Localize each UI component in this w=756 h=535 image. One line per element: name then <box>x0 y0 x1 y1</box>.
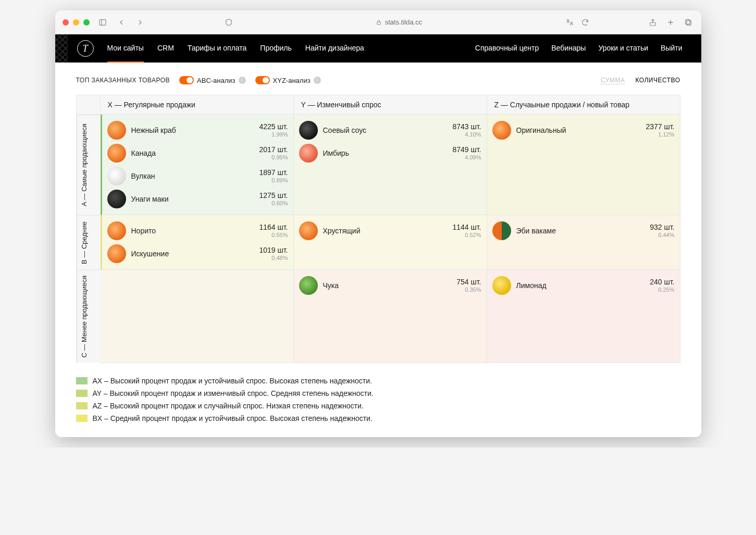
product-name: Вулкан <box>131 172 254 180</box>
nav-webinars[interactable]: Вебинары <box>551 34 586 63</box>
product-row[interactable]: Оригинальный2377 шт.1.12% <box>492 119 675 142</box>
toggle-switch-icon <box>179 76 194 84</box>
nav-crm[interactable]: CRM <box>157 34 174 63</box>
browser-toolbar: stats.tilda.cc <box>55 10 701 34</box>
maximize-window-icon[interactable] <box>83 19 90 26</box>
legend-swatch-ay <box>76 390 88 397</box>
product-row[interactable]: Вулкан1897 шт.0.89% <box>107 165 288 188</box>
product-stats: 2377 шт.1.12% <box>646 123 674 137</box>
product-name: Хрустящий <box>323 227 448 235</box>
product-qty: 4225 шт. <box>259 123 288 131</box>
cell-cy: Чука754 шт.0.35% <box>294 270 487 363</box>
product-row[interactable]: Искушение1019 шт.0.48% <box>107 242 288 265</box>
nav-tariffs[interactable]: Тарифы и оплата <box>188 34 247 63</box>
new-tab-icon[interactable] <box>665 17 676 28</box>
traffic-lights <box>63 19 90 26</box>
nav-find-designer[interactable]: Найти дизайнера <box>305 34 364 63</box>
share-icon[interactable] <box>647 17 659 28</box>
svg-rect-0 <box>100 19 106 25</box>
cell-az: Оригинальный2377 шт.1.12% <box>487 115 680 215</box>
svg-rect-2 <box>377 22 380 24</box>
product-qty: 1019 шт. <box>259 246 288 254</box>
product-pct: 0.55% <box>259 232 288 238</box>
tab-sum[interactable]: СУММА <box>601 77 625 84</box>
toggle-xyz[interactable]: XYZ-анализ i <box>255 76 321 84</box>
cell-cz: Лимонад240 шт.0.25% <box>487 270 680 363</box>
nav-logout[interactable]: Выйти <box>661 34 682 63</box>
product-pct: 0.89% <box>259 177 288 183</box>
product-stats: 1897 шт.0.89% <box>259 169 288 183</box>
legend: AX – Высокий процент продаж и устойчивый… <box>76 377 680 422</box>
info-icon[interactable]: i <box>314 77 321 84</box>
row-head-b: B — Средние <box>77 215 101 270</box>
product-row[interactable]: Соевый соус8743 шт.4.10% <box>299 119 481 142</box>
product-stats: 1144 шт.0.52% <box>452 223 481 238</box>
product-thumb-icon <box>107 121 126 140</box>
product-stats: 754 шт.0.35% <box>456 278 481 292</box>
product-row[interactable]: Нежный краб4225 шт.1.99% <box>107 119 288 142</box>
legend-item: AZ – Высокий процент продаж и случайный … <box>76 402 680 410</box>
nav-my-sites[interactable]: Мои сайты <box>107 34 144 63</box>
lock-icon <box>376 19 382 26</box>
product-row[interactable]: Чука754 шт.0.35% <box>299 274 481 297</box>
svg-rect-6 <box>686 20 691 25</box>
product-row[interactable]: Лимонад240 шт.0.25% <box>492 274 675 297</box>
product-thumb-icon <box>492 221 511 240</box>
product-row[interactable]: Эби вакаме932 шт.0.44% <box>492 219 675 242</box>
cell-ay: Соевый соус8743 шт.4.10%Имбирь8749 шт.4.… <box>294 115 487 215</box>
legend-text: BX – Средний процент продаж и устойчивый… <box>93 414 373 422</box>
url-text: stats.tilda.cc <box>385 18 423 26</box>
product-row[interactable]: Хрустящий1144 шт.0.52% <box>299 219 481 242</box>
product-pct: 0.44% <box>650 232 674 238</box>
info-icon[interactable]: i <box>239 77 246 84</box>
legend-text: AX – Высокий процент продаж и устойчивый… <box>93 377 372 385</box>
close-window-icon[interactable] <box>63 19 69 26</box>
product-thumb-icon <box>107 244 126 263</box>
product-qty: 1164 шт. <box>259 223 288 231</box>
product-thumb-icon <box>107 167 126 185</box>
product-name: Оригинальный <box>516 126 641 134</box>
logo[interactable]: T <box>77 40 94 57</box>
product-stats: 1164 шт.0.55% <box>259 223 288 238</box>
col-head-y: Y — Изменчивый спрос <box>294 95 487 115</box>
product-row[interactable]: Имбирь8749 шт.4.09% <box>299 142 481 165</box>
translate-icon[interactable] <box>564 17 575 28</box>
col-head-z: Z — Случаыные продажи / новый товар <box>487 95 680 115</box>
svg-rect-7 <box>685 19 690 24</box>
product-qty: 2017 шт. <box>259 146 288 154</box>
product-name: Эби вакаме <box>516 227 645 235</box>
cell-bx: Норито1164 шт.0.55%Искушение1019 шт.0.48… <box>101 215 294 270</box>
tabs-overview-icon[interactable] <box>683 17 694 28</box>
product-stats: 1275 шт.0.60% <box>259 192 288 206</box>
nav-help[interactable]: Справочный центр <box>475 34 539 63</box>
abc-xyz-matrix: X — Регулярные продажи Y — Изменчивый сп… <box>76 95 680 363</box>
back-icon[interactable] <box>116 17 127 28</box>
product-pct: 1.99% <box>259 131 288 138</box>
product-name: Имбирь <box>323 149 448 157</box>
product-stats: 8743 шт.4.10% <box>452 123 481 137</box>
product-thumb-icon <box>299 144 318 163</box>
product-stats: 2017 шт.0.95% <box>259 146 288 160</box>
product-row[interactable]: Норито1164 шт.0.55% <box>107 219 288 242</box>
product-name: Искушение <box>131 250 254 258</box>
legend-swatch-ax <box>76 377 88 384</box>
product-qty: 8749 шт. <box>452 146 481 154</box>
nav-profile[interactable]: Профиль <box>260 34 291 63</box>
product-thumb-icon <box>107 144 126 163</box>
legend-item: BX – Средний процент продаж и устойчивый… <box>76 414 680 422</box>
shield-icon[interactable] <box>223 17 234 28</box>
toggle-abc[interactable]: ABC-анализ i <box>179 76 246 84</box>
tab-qty[interactable]: КОЛИЧЕСТВО <box>635 77 680 84</box>
product-row[interactable]: Канада2017 шт.0.95% <box>107 142 288 165</box>
minimize-window-icon[interactable] <box>73 19 79 26</box>
address-bar[interactable]: stats.tilda.cc <box>242 18 556 26</box>
sidebar-toggle-icon[interactable] <box>97 17 108 28</box>
legend-text: AY – Высокий процент продаж и изменчивый… <box>93 389 374 397</box>
legend-text: AZ – Высокий процент продаж и случайный … <box>93 402 364 410</box>
nav-articles[interactable]: Уроки и статьи <box>598 34 648 63</box>
product-name: Соевый соус <box>323 126 448 134</box>
toggle-abc-label: ABC-анализ <box>197 77 236 84</box>
forward-icon[interactable] <box>134 17 146 28</box>
reload-icon[interactable] <box>579 17 591 28</box>
product-row[interactable]: Унаги маки1275 шт.0.60% <box>107 188 288 210</box>
